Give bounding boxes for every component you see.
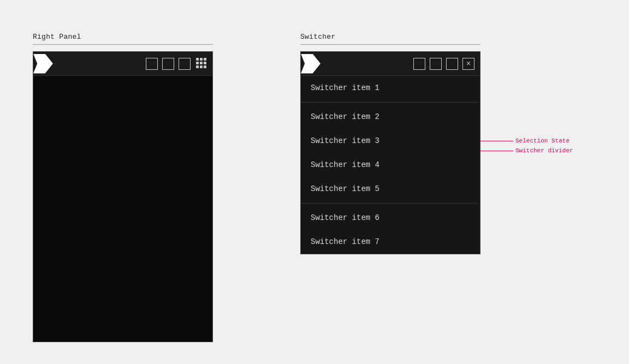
annotation-line-2 [480, 151, 513, 151]
switcher-square-icon-2[interactable] [430, 58, 442, 70]
panel-logo [33, 54, 53, 74]
right-panel-body [33, 76, 212, 342]
switcher-close-button[interactable]: × [462, 58, 474, 70]
titlebar-square-icon-1[interactable] [146, 58, 158, 70]
switcher-square-icon-1[interactable] [413, 58, 425, 70]
grid-dot [204, 58, 206, 61]
switcher-item-4[interactable]: Switcher item 4 [301, 153, 480, 177]
switcher-square-icon-3[interactable] [446, 58, 458, 70]
switcher-titlebar: × [301, 52, 480, 76]
switcher-divider-1 [301, 102, 480, 103]
titlebar-square-icon-3[interactable] [179, 58, 191, 70]
annotation-line-1 [480, 141, 513, 141]
switcher-item-6[interactable]: Switcher item 6 [301, 206, 480, 230]
switcher-item-2[interactable]: Switcher item 2 [301, 105, 480, 129]
titlebar-square-icon-2[interactable] [162, 58, 174, 70]
annotation-switcher-divider: Switcher divider [480, 147, 573, 154]
switcher-item-1[interactable]: Switcher item 1 [301, 76, 480, 100]
grid-dot [204, 65, 206, 68]
grid-dot [196, 58, 199, 61]
switcher-item-7[interactable]: Switcher item 7 [301, 230, 480, 254]
grid-dot [200, 62, 203, 64]
annotation-text-switcher-divider: Switcher divider [515, 147, 573, 154]
annotation-selection-state: Selection State [480, 138, 569, 144]
switcher-divider-2 [301, 203, 480, 204]
grid-dot [196, 65, 199, 68]
titlebar-grid-icon[interactable] [195, 58, 207, 70]
right-panel-titlebar [33, 52, 212, 76]
switcher-window: × Switcher item 1 Switcher item 2 Switch… [300, 51, 480, 254]
main-container: Right Panel [0, 0, 629, 364]
switcher-item-5[interactable]: Switcher item 5 [301, 177, 480, 201]
right-panel-label: Right Panel [33, 33, 213, 41]
switcher-underline [300, 44, 480, 45]
switcher-label: Switcher [300, 33, 480, 41]
right-panel-window [33, 51, 213, 342]
switcher-dropdown: Switcher item 1 Switcher item 2 Switcher… [301, 76, 480, 254]
grid-dot [200, 65, 203, 68]
switcher-section: Switcher × Switcher item 1 Switcher item… [300, 33, 480, 342]
switcher-item-3[interactable]: Switcher item 3 [301, 129, 480, 153]
annotation-text-selection-state: Selection State [515, 138, 569, 144]
right-panel-underline [33, 44, 213, 45]
grid-dot [200, 58, 203, 61]
right-panel-section: Right Panel [33, 33, 213, 342]
grid-dot [204, 62, 206, 64]
switcher-logo [301, 54, 321, 74]
grid-dot [196, 62, 199, 64]
